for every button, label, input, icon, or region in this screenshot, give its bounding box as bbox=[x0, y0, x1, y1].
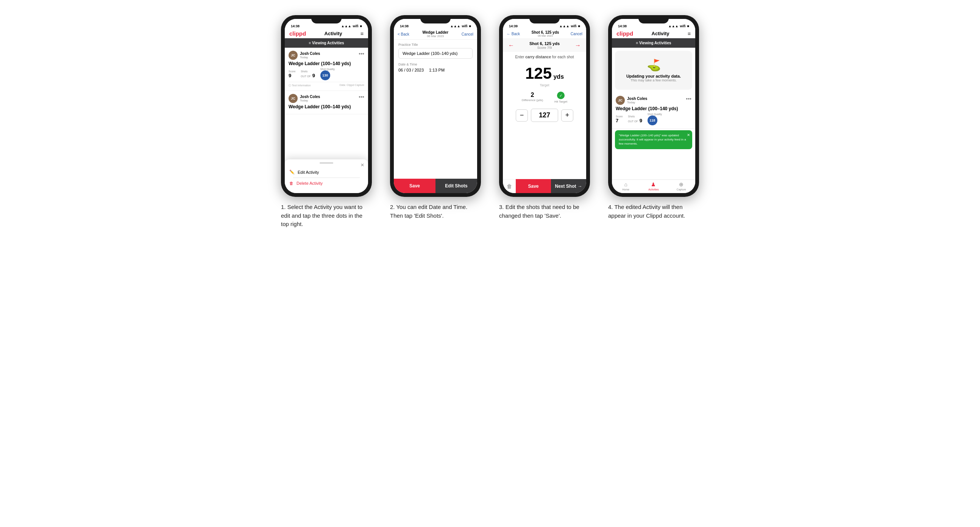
distance-unit-3: yds bbox=[553, 73, 564, 80]
cancel-btn-3[interactable]: Cancel bbox=[571, 32, 582, 36]
shots-val-4: 9 bbox=[640, 118, 642, 124]
notch-4 bbox=[638, 15, 669, 24]
avatar-1: JC bbox=[288, 51, 298, 60]
user-info-4: Josh Coles Today bbox=[627, 97, 647, 104]
back-btn-2[interactable]: < Back bbox=[398, 32, 409, 37]
save-shot-btn-3[interactable]: Save bbox=[516, 179, 551, 193]
screen-3: 14:39 ▲▲▲ wifi ■ ← Back Shot 6, 125 yds … bbox=[503, 19, 586, 193]
phone-1: 14:38 ▲▲▲ wifi ■ clippd Activity ≡ bbox=[281, 15, 372, 197]
date-day: 06 bbox=[398, 68, 403, 72]
notch-1 bbox=[311, 15, 342, 24]
phone-4: 14:38 ▲▲▲ wifi ■ clippd Activity ≡ bbox=[608, 15, 699, 197]
carry-instruction-3: Enter carry distance for each shot bbox=[503, 52, 586, 62]
card-stats-4: Score 7 Shots OUT OF 9 bbox=[616, 113, 692, 125]
edit-title-2: Wedge Ladder 06 Mar 2023 bbox=[423, 30, 449, 38]
edit-activity-btn[interactable]: ✏️ Edit Activity bbox=[289, 167, 364, 178]
tab-home-4[interactable]: ⌂ Home bbox=[612, 181, 640, 191]
avatar-4: JC bbox=[616, 96, 625, 105]
form-area-2: Practice Title Date & Time 06 / 03 / bbox=[394, 40, 477, 193]
card-title-1: Wedge Ladder (100–140 yds) bbox=[288, 61, 364, 66]
activity-card-1: JC Josh Coles Today ••• Wedge Ladder (10… bbox=[285, 48, 368, 91]
edit-shots-btn-2[interactable]: Edit Shots bbox=[436, 179, 477, 193]
activities-label-4: Activities bbox=[648, 188, 659, 191]
save-btn-2[interactable]: Save bbox=[394, 179, 436, 193]
menu-icon-4[interactable]: ≡ bbox=[688, 31, 691, 37]
activity-card-4: JC Josh Coles Today ••• Wedge Ladder (10… bbox=[612, 93, 695, 129]
home-label-4: Home bbox=[622, 188, 629, 191]
practice-title-label: Practice Title bbox=[398, 43, 473, 46]
delete-shot-btn-3[interactable]: 🗑 bbox=[503, 179, 516, 193]
dots-menu-1[interactable]: ••• bbox=[359, 51, 364, 57]
card-user-2: JC Josh Coles Today bbox=[288, 94, 320, 103]
shot-score-3: Score 7/9 bbox=[530, 46, 560, 49]
edit-icon: ✏️ bbox=[289, 170, 294, 175]
updating-sub-4: This may take a few moments. bbox=[630, 78, 677, 82]
practice-title-input[interactable] bbox=[398, 48, 473, 59]
target-label-3: Target bbox=[503, 83, 586, 87]
caption-2: 2. You can edit Date and Time. Then tap … bbox=[390, 203, 481, 220]
shot-title-main-3: Shot 6, 125 yds bbox=[531, 30, 559, 35]
card-header-2: JC Josh Coles Today ••• bbox=[288, 94, 364, 103]
shot-stats-row-3: 2 Difference (yds) ✓ Hit Target bbox=[503, 89, 586, 106]
hit-target-icon-3: ✓ bbox=[557, 92, 565, 99]
activity-card-2: JC Josh Coles Today ••• Wedge Ladder (10… bbox=[285, 91, 368, 114]
shot-title-date-3: 06 Mar 2023 bbox=[531, 35, 559, 37]
next-shot-btn-3[interactable]: Next Shot → bbox=[551, 179, 586, 193]
nav-bar-4: clippd Activity ≡ bbox=[612, 29, 695, 38]
user-date-2: Today bbox=[300, 99, 320, 102]
cancel-btn-2[interactable]: Cancel bbox=[461, 32, 473, 37]
shots-stat-4: Shots OUT OF 9 bbox=[628, 115, 642, 124]
screen-content-4: 14:38 ▲▲▲ wifi ■ clippd Activity ≡ bbox=[612, 19, 695, 193]
date-parts: 06 / 03 / 2023 bbox=[398, 68, 424, 72]
card-header-4: JC Josh Coles Today ••• bbox=[616, 96, 692, 105]
dots-menu-4[interactable]: ••• bbox=[686, 96, 692, 102]
spacer bbox=[398, 59, 473, 62]
logo-1: clippd bbox=[289, 30, 306, 37]
increment-btn-3[interactable]: + bbox=[561, 110, 573, 122]
capture-icon-4: ⊕ bbox=[679, 181, 684, 187]
card-user-1: JC Josh Coles Today bbox=[288, 51, 320, 60]
caption-3: 3. Edit the shots that need to be change… bbox=[499, 203, 590, 220]
tab-activities-4[interactable]: ♟ Activities bbox=[640, 181, 667, 191]
user-info-2: Josh Coles Today bbox=[300, 95, 320, 102]
decrement-btn-3[interactable]: − bbox=[516, 110, 528, 122]
time-2: 14:38 bbox=[400, 24, 409, 28]
next-arrow-icon-3: → bbox=[578, 184, 582, 189]
quality-stat-4: Shot Quality 118 bbox=[648, 113, 662, 125]
edit-nav-2: < Back Wedge Ladder 06 Mar 2023 Cancel bbox=[394, 29, 477, 40]
status-icons-3: ▲▲▲ wifi ■ bbox=[559, 24, 580, 28]
battery-icon-4: ■ bbox=[687, 24, 689, 28]
dots-menu-2[interactable]: ••• bbox=[359, 94, 364, 100]
back-btn-3[interactable]: ← Back bbox=[507, 32, 520, 36]
difference-stat-3: 2 Difference (yds) bbox=[522, 92, 543, 103]
menu-icon-1[interactable]: ≡ bbox=[361, 31, 364, 37]
toast-close-4[interactable]: ✕ bbox=[687, 132, 690, 138]
diff-lbl-3: Difference (yds) bbox=[522, 98, 543, 102]
next-arrow-3[interactable]: → bbox=[575, 42, 581, 49]
status-icons-4: ▲▲▲ wifi ■ bbox=[668, 24, 689, 28]
form-section-2: Practice Title Date & Time 06 / 03 / bbox=[394, 40, 477, 75]
signal-icon-1: ▲▲▲ bbox=[341, 24, 352, 28]
card-title-4: Wedge Ladder (100–140 yds) bbox=[616, 106, 692, 111]
scroll-area-4: ⛳ Updating your activity data. This may … bbox=[612, 48, 695, 193]
num-display-3[interactable]: 127 bbox=[531, 109, 558, 122]
notch-3 bbox=[530, 15, 560, 24]
date-year: 2023 bbox=[415, 68, 424, 72]
card-footer-1: ⓘ Test Information Data: Clippd Capture bbox=[288, 82, 364, 87]
screen-content-2: 14:38 ▲▲▲ wifi ■ < Back Wedge Ladder 06 … bbox=[394, 19, 477, 193]
shots-stat-1: Shots OUT OF 9 bbox=[301, 70, 315, 78]
shot-title-3: Shot 6, 125 yds 06 Mar 2023 bbox=[531, 30, 559, 37]
time-1: 14:38 bbox=[291, 24, 299, 28]
quality-badge-4: 118 bbox=[648, 116, 657, 125]
phone-3: 14:39 ▲▲▲ wifi ■ ← Back Shot 6, 125 yds … bbox=[499, 15, 590, 197]
delete-activity-btn[interactable]: 🗑 Delete Activity bbox=[289, 178, 364, 189]
toast-text-4: "Wedge Ladder (100–140 yds)" was updated… bbox=[619, 133, 686, 145]
date-sep1: / bbox=[404, 68, 405, 72]
user-name-4: Josh Coles bbox=[627, 97, 647, 101]
tab-capture-4[interactable]: ⊕ Capture bbox=[668, 181, 695, 191]
bottom-sheet-1: ✕ ✏️ Edit Activity 🗑 Delete Activity bbox=[285, 159, 368, 193]
edit-title-sub-2: 06 Mar 2023 bbox=[423, 35, 449, 38]
prev-arrow-3[interactable]: ← bbox=[508, 42, 514, 49]
score-val-4: 7 bbox=[616, 118, 618, 124]
sheet-close-1[interactable]: ✕ bbox=[361, 162, 364, 168]
